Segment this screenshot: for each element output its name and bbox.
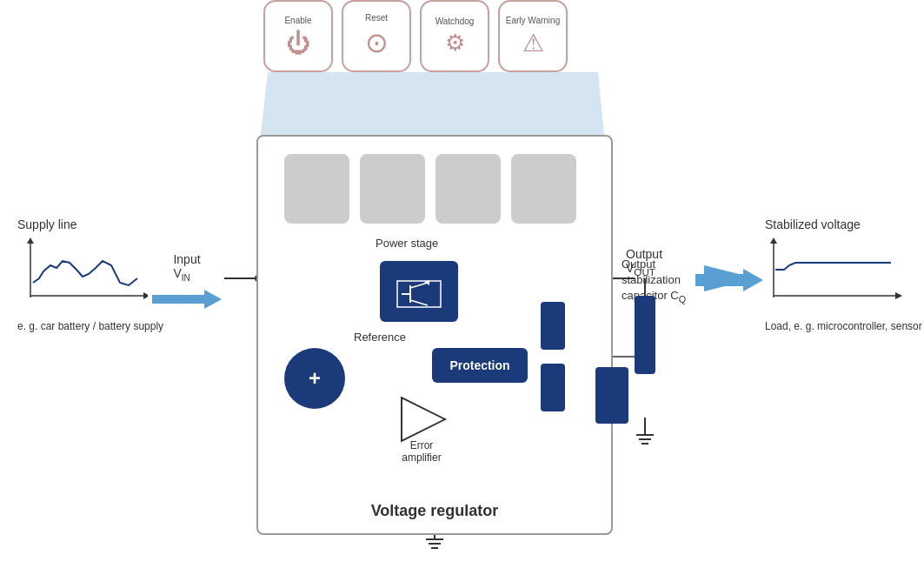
voltage-regulator-label: Voltage regulator [258,502,611,520]
enable-icon-box[interactable]: Enable ⏻ [263,0,333,72]
watchdog-icon: ⚙ [445,30,465,57]
power-stage-block [380,261,458,322]
watchdog-label: Watchdog [435,17,475,26]
svg-line-43 [410,283,428,288]
svg-marker-39 [152,290,222,309]
gray-box-1 [284,154,349,224]
svg-marker-46 [402,398,445,441]
reset-icon: ⊙ [365,26,389,59]
resistor-group [541,302,565,411]
gray-box-4 [511,154,576,224]
input-arrow-section: Input VIN [152,252,222,312]
error-amp-label: Erroramplifier [387,439,456,464]
early-warning-label: Early Warning [506,16,560,25]
supply-line-chart [17,235,148,313]
enable-label: Enable [284,16,311,25]
power-stage-label: Power stage [376,237,438,250]
supply-line-sublabel: e. g. car battery / battery supply [17,320,163,334]
output-capacitor [595,367,628,424]
supply-line-section: Supply line e. g. car battery / battery … [17,217,163,334]
reference-plus-icon: + [309,366,321,391]
svg-marker-50 [895,292,902,299]
stabilized-title: Stabilized voltage [765,217,922,231]
stabilized-sublabel: Load, e. g. microcontroller, sensor [765,320,922,334]
svg-marker-38 [27,237,34,244]
supply-line-title: Supply line [17,217,163,231]
output-arrow-section [695,267,765,297]
resistor-1 [541,302,565,350]
reset-label: Reset [365,13,388,23]
gray-box-2 [360,154,425,224]
stabilized-section: Stabilized voltage Load, e. g. microcont… [765,217,922,334]
gray-box-3 [435,154,501,224]
svg-line-44 [410,300,428,305]
svg-marker-47 [695,269,763,291]
voltage-regulator-box: Power stage Reference + Protection [256,135,613,535]
top-icons-row: Enable ⏻ Reset ⊙ Watchdog ⚙ Early Warnin… [263,0,568,72]
resistor-2 [541,364,565,411]
watchdog-icon-box[interactable]: Watchdog ⚙ [420,0,489,72]
reference-block: + [284,348,345,409]
early-warning-icon: ⚠ [522,29,544,57]
reference-label: Reference [354,331,406,344]
funnel-shape [261,72,604,135]
diagram-container: Supply line e. g. car battery / battery … [0,0,924,575]
input-label: Input VIN [173,252,200,283]
power-stage-symbol [393,272,445,311]
early-warning-icon-box[interactable]: Early Warning ⚠ [498,0,568,72]
input-arrow [152,286,222,312]
svg-marker-37 [143,292,148,299]
reset-icon-box[interactable]: Reset ⊙ [342,0,411,72]
enable-icon: ⏻ [286,29,310,57]
output-cap-component [635,296,655,374]
output-arrow-svg [695,267,765,293]
protection-block: Protection [432,348,528,383]
svg-marker-51 [770,237,777,244]
error-amp-symbol [393,393,454,445]
stabilized-chart [765,235,904,313]
output-label: OutputVOUT [626,247,662,277]
gray-placeholder-boxes [284,154,576,224]
protection-label: Protection [449,358,509,372]
